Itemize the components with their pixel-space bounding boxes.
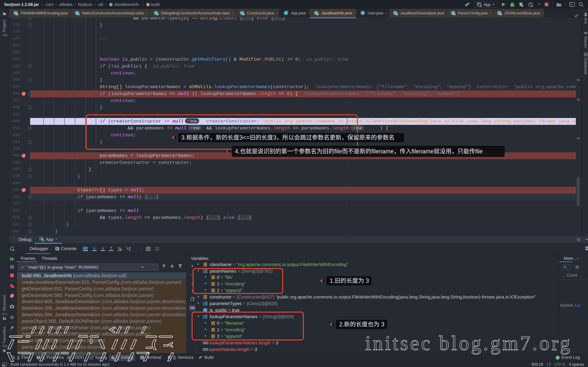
svg-text:C: C [362,11,364,15]
svg-text:m: m [147,3,149,6]
svg-text:C: C [110,3,112,6]
